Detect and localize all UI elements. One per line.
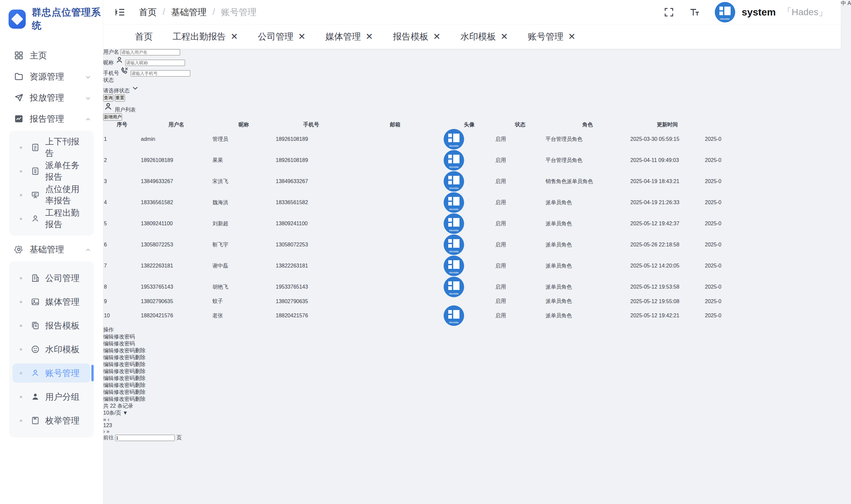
edit-link[interactable]: 编辑 <box>103 348 114 353</box>
change-password-link[interactable]: 修改密码 <box>114 355 135 360</box>
change-password-link[interactable]: 修改密码 <box>114 375 135 381</box>
next-page-button[interactable]: › <box>103 429 105 434</box>
delete-link[interactable]: 删除 <box>135 396 145 402</box>
close-icon[interactable]: ✕ <box>365 31 373 42</box>
role-tag: 派单员角色 <box>546 221 572 226</box>
change-password-link[interactable]: 修改密码 <box>114 382 135 388</box>
sidebar-subitem[interactable]: 报告模板 <box>13 316 90 335</box>
change-password-link[interactable]: 修改密码 <box>114 389 135 395</box>
edit-link[interactable]: 编辑 <box>103 341 114 346</box>
sidebar-item-2[interactable]: 投放管理 <box>6 88 96 107</box>
delete-link[interactable]: 删除 <box>135 382 145 388</box>
tab-水印模板[interactable]: 水印模板✕ <box>451 24 518 49</box>
tab-公司管理[interactable]: 公司管理✕ <box>248 24 316 49</box>
sidebar-subitem[interactable]: 点位使用率报告 <box>13 185 90 204</box>
username-input[interactable] <box>121 49 180 55</box>
column-header: 用户名 <box>141 121 212 128</box>
tab-账号管理[interactable]: 账号管理✕ <box>518 24 585 49</box>
sidebar-subitem[interactable]: 媒体管理 <box>13 292 90 311</box>
edit-link[interactable]: 编辑 <box>103 334 114 339</box>
cell-status: 启用 <box>495 235 545 255</box>
delete-link[interactable]: 删除 <box>135 361 145 367</box>
delete-link[interactable]: 删除 <box>135 368 145 374</box>
page-number-1[interactable]: 1 <box>103 422 106 429</box>
nickname-tag: 果果 <box>213 157 223 163</box>
cell-nickname: 老张 <box>213 305 275 326</box>
sidebar-subitem[interactable]: 工程出勤报告 <box>13 209 90 228</box>
sidebar-item-4[interactable]: 基础管理 <box>6 240 96 258</box>
breadcrumb-item[interactable]: 基础管理 <box>171 6 207 18</box>
tab-工程出勤报告[interactable]: 工程出勤报告✕ <box>163 24 248 49</box>
delete-link[interactable]: 删除 <box>135 355 145 360</box>
close-icon[interactable]: ✕ <box>568 31 576 42</box>
tab-首页[interactable]: 首页 <box>125 24 163 49</box>
sidebar-subitem[interactable]: 派单任务报告 <box>13 162 90 181</box>
page-number-3[interactable]: 3 <box>109 422 112 429</box>
edit-link[interactable]: 编辑 <box>103 368 114 374</box>
change-password-link[interactable]: 修改密码 <box>114 341 135 346</box>
change-password-link[interactable]: 修改密码 <box>114 348 135 353</box>
phone-input[interactable] <box>121 70 190 76</box>
tab-媒体管理[interactable]: 媒体管理✕ <box>315 24 383 49</box>
nickname-input[interactable] <box>115 60 185 65</box>
operation-fixed-column: 操作 编辑修改密码编辑修改密码编辑修改密码删除编辑修改密码删除编辑修改密码删除编… <box>103 326 841 403</box>
prev-page-button[interactable]: ‹ <box>108 417 109 422</box>
status-select[interactable]: 请选择状态 <box>103 84 841 94</box>
edit-link[interactable]: 编辑 <box>103 355 114 360</box>
page-number-2[interactable]: 2 <box>106 422 109 429</box>
sidebar-subitem[interactable]: 用户分组 <box>13 387 90 407</box>
sidebar-item-3[interactable]: 报告管理 <box>6 109 96 128</box>
close-icon[interactable]: ✕ <box>231 31 238 42</box>
font-size-icon[interactable] <box>689 6 700 18</box>
breadcrumb-item[interactable]: 首页 <box>139 6 157 18</box>
change-password-link[interactable]: 修改密码 <box>114 368 135 374</box>
delete-link[interactable]: 删除 <box>135 375 145 381</box>
close-icon[interactable]: ✕ <box>298 31 306 42</box>
sidebar-subitem-label: 水印模板 <box>45 344 79 355</box>
goto-page-input[interactable] <box>115 435 175 441</box>
reset-button[interactable]: 重置 <box>115 94 125 102</box>
user-list-title: 用户列表 <box>103 102 841 113</box>
change-password-link[interactable]: 修改密码 <box>114 396 135 402</box>
role-tag: 派单员角色 <box>546 313 572 318</box>
cell-status: 启用 <box>495 305 545 326</box>
last-page-button[interactable]: » <box>107 429 109 434</box>
edit-link[interactable]: 编辑 <box>103 396 114 402</box>
cell-nickname: 胡艳飞 <box>213 277 275 297</box>
phone-input-field[interactable] <box>131 70 190 76</box>
sidebar-fold-icon[interactable] <box>114 6 126 18</box>
translate-floating-button[interactable]: 中 A <box>841 0 851 504</box>
edit-link[interactable]: 编辑 <box>103 382 114 388</box>
sidebar-subitem[interactable]: 公司管理 <box>13 269 90 288</box>
cell-avatar <box>443 298 495 305</box>
sidebar-subitem[interactable]: 上下刊报告 <box>13 138 90 157</box>
nickname-input-field[interactable] <box>125 60 185 66</box>
sidebar-subitem[interactable]: 账号管理 <box>13 363 90 383</box>
user-menu[interactable]: Worktile system 「Hades」 <box>715 2 828 22</box>
table-row: 1018820421576老张18820421576Worktile启用派单员角… <box>104 305 835 326</box>
sidebar-item-0[interactable]: 主页 <box>6 46 96 65</box>
cell-roles: 派单员角色 <box>546 305 630 326</box>
page-size-select[interactable]: 10条/页 ▼ <box>103 410 841 417</box>
fullscreen-icon[interactable] <box>663 6 674 18</box>
edit-link[interactable]: 编辑 <box>103 361 114 367</box>
sidebar-item-1[interactable]: 资源管理 <box>6 67 96 86</box>
delete-link[interactable]: 删除 <box>135 389 145 395</box>
first-page-button[interactable]: « <box>103 417 106 422</box>
watermark-icon <box>31 345 40 354</box>
close-icon[interactable]: ✕ <box>501 31 508 42</box>
add-user-button[interactable]: 新增用户 <box>103 113 122 121</box>
username-input-field[interactable] <box>121 49 180 55</box>
search-button[interactable]: 查询 <box>103 94 113 102</box>
sidebar-subitem[interactable]: 枚举管理 <box>13 411 90 430</box>
edit-link[interactable]: 编辑 <box>103 389 114 395</box>
edit-link[interactable]: 编辑 <box>103 375 114 381</box>
close-icon[interactable]: ✕ <box>433 31 441 42</box>
tab-报告模板[interactable]: 报告模板✕ <box>383 24 451 49</box>
delete-link[interactable]: 删除 <box>135 348 145 353</box>
sidebar-subitem[interactable]: 水印模板 <box>13 340 90 359</box>
tabs-bar: 首页工程出勤报告✕公司管理✕媒体管理✕报告模板✕水印模板✕账号管理✕ <box>103 24 841 49</box>
change-password-link[interactable]: 修改密码 <box>114 334 135 339</box>
change-password-link[interactable]: 修改密码 <box>114 361 135 367</box>
user-name: system <box>742 6 776 18</box>
